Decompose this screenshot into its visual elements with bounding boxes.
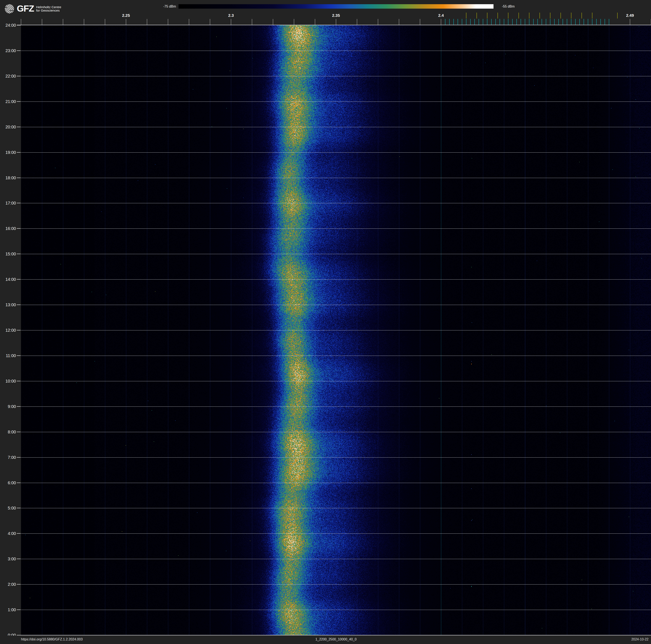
time-tick (17, 559, 21, 559)
ble-channel-tick (554, 19, 555, 25)
ble-channel-tick (550, 19, 550, 25)
freq-major-tick (231, 19, 231, 25)
freq-major-tick (399, 19, 399, 25)
time-tick-label: 13:00 (0, 303, 16, 307)
ble-channel-tick (454, 19, 454, 25)
time-tick (17, 355, 21, 356)
time-tick (17, 381, 21, 381)
wifi-channel-tick (592, 12, 592, 19)
time-tick (17, 533, 21, 534)
ble-channel-tick (512, 19, 513, 25)
time-tick-label: 24:00 (0, 23, 16, 27)
hour-gridline (21, 152, 651, 153)
freq-major-tick (336, 19, 336, 25)
freq-major-tick (357, 19, 357, 25)
ble-channel-tick (466, 19, 466, 25)
time-tick (17, 178, 21, 178)
time-tick-label: 7:00 (0, 455, 16, 460)
time-tick-label: 22:00 (0, 74, 16, 78)
hour-gridline (21, 178, 651, 178)
ble-channel-tick (563, 19, 563, 25)
hour-gridline (21, 610, 651, 610)
ble-channel-tick (609, 19, 609, 25)
time-tick (17, 279, 21, 280)
time-tick-label: 1:00 (0, 608, 16, 612)
freq-major-tick (378, 19, 378, 25)
wifi-channel-tick (571, 12, 571, 19)
time-tick-label: 12:00 (0, 328, 16, 332)
colorbar-min-label: -75 dBm (147, 4, 176, 9)
freq-major-tick (84, 19, 84, 25)
time-tick-label: 20:00 (0, 125, 16, 129)
freq-major-tick (189, 19, 189, 25)
time-tick (17, 254, 21, 254)
time-tick (17, 610, 21, 610)
hour-gridline (21, 203, 651, 203)
time-tick (17, 432, 21, 432)
ble-channel-tick (474, 19, 475, 25)
wifi-channel-tick (487, 12, 488, 19)
time-tick-label: 23:00 (0, 49, 16, 53)
wifi-channel-tick (497, 12, 498, 19)
hour-gridline (21, 101, 651, 102)
brand-subtitle: Helmholtz Centre for Geosciences (36, 5, 61, 12)
time-tick (17, 152, 21, 153)
time-tick-label: 2:00 (0, 582, 16, 586)
freq-major-tick (63, 19, 63, 25)
ble-channel-tick (487, 19, 488, 25)
doi-link[interactable]: https://doi.org/10.5880/GFZ.1.2.2024.003 (21, 638, 83, 641)
freq-major-tick (42, 19, 42, 25)
freq-major-tick (147, 19, 147, 25)
ble-channel-tick (600, 19, 601, 25)
ble-channel-tick (517, 19, 517, 25)
freq-tick-label: 2.49 (626, 13, 634, 18)
time-tick-label: 10:00 (0, 379, 16, 383)
ble-channel-tick (604, 19, 605, 25)
hour-gridline (21, 279, 651, 280)
ble-channel-tick (529, 19, 529, 25)
time-tick (17, 76, 21, 76)
wifi-channel-tick (508, 12, 508, 19)
freq-major-tick (315, 19, 315, 25)
ble-channel-tick (470, 19, 471, 25)
freq-tick-label: 2.25 (122, 13, 130, 18)
time-tick-label: 9:00 (0, 404, 16, 409)
hour-gridline (21, 305, 651, 305)
freq-major-tick (273, 19, 273, 25)
colorbar-max-label: -55 dBm (502, 4, 515, 9)
freq-major-tick (210, 19, 210, 25)
ble-channel-tick (546, 19, 546, 25)
ble-channel-tick (458, 19, 458, 25)
top-axis-line (17, 25, 651, 25)
freq-major-tick (294, 19, 294, 25)
date-label: 2024-10-22 (631, 638, 649, 641)
time-tick-label: 14:00 (0, 277, 16, 282)
time-tick (17, 406, 21, 407)
time-tick-label: 5:00 (0, 506, 16, 510)
ble-channel-tick (521, 19, 521, 25)
time-tick-label: 4:00 (0, 531, 16, 535)
time-tick-label: 8:00 (0, 430, 16, 434)
brand-subtitle-line1: Helmholtz Centre (36, 5, 61, 9)
brand-subtitle-line2: for Geosciences (36, 9, 61, 12)
freq-major-tick (168, 19, 168, 25)
ble-channel-tick (478, 19, 479, 25)
freq-major-tick (105, 19, 105, 25)
time-tick-label: 6:00 (0, 481, 16, 485)
ble-channel-tick (579, 19, 580, 25)
bottom-axis-line (17, 635, 651, 635)
time-tick-label: 15:00 (0, 252, 16, 256)
time-tick-label: 18:00 (0, 176, 16, 180)
time-tick-label: 11:00 (0, 354, 16, 358)
time-tick (17, 457, 21, 458)
freq-major-tick (420, 19, 420, 25)
ble-channel-tick (571, 19, 571, 25)
ble-channel-tick (445, 19, 445, 25)
ble-channel-tick (533, 19, 534, 25)
ble-channel-tick (462, 19, 462, 25)
ble-channel-tick (483, 19, 483, 25)
time-tick (17, 330, 21, 330)
ble-channel-tick (592, 19, 592, 25)
wifi-channel-tick (550, 12, 550, 19)
ble-channel-tick (567, 19, 567, 25)
